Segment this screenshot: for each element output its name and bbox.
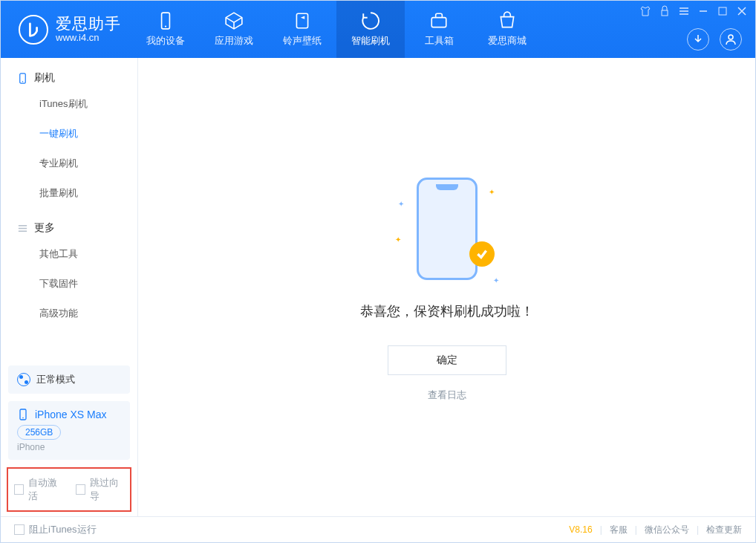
nav-smart-flash[interactable]: 智能刷机 [336,1,405,58]
svg-point-1 [165,26,166,27]
success-message: 恭喜您，保资料刷机成功啦！ [360,302,534,320]
svg-point-10 [22,417,24,419]
section-label: 刷机 [34,71,55,85]
device-type: iPhone [17,442,121,452]
nav-label: 铃声壁纸 [283,34,322,48]
window-controls [639,5,748,17]
svg-point-6 [729,35,733,39]
svg-point-8 [22,80,24,82]
checkbox-label: 阻止iTunes运行 [29,523,97,536]
sidebar-item-onekey-flash[interactable]: 一键刷机 [1,119,137,149]
nav-ringtone-wallpaper[interactable]: 铃声壁纸 [268,1,336,58]
support-link[interactable]: 客服 [610,524,628,536]
block-itunes-checkbox[interactable]: 阻止iTunes运行 [14,523,97,536]
lock-icon[interactable] [659,5,671,17]
device-capacity: 256GB [17,425,61,440]
shirt-icon[interactable] [639,5,651,17]
flash-options-row: 自动激活 跳过向导 [7,467,131,512]
header-actions [687,28,742,51]
nav-label: 应用游戏 [215,34,253,48]
checkbox-label: 跳过向导 [90,476,124,503]
sidebar-item-download-firmware[interactable]: 下载固件 [1,269,137,299]
list-icon [17,223,28,234]
main-content: ✦✦✦✦ 恭喜您，保资料刷机成功啦！ 确定 查看日志 [138,58,755,516]
svg-rect-5 [719,7,726,15]
sidebar-item-advanced[interactable]: 高级功能 [1,299,137,328]
title-bar: 爱思助手 www.i4.cn 我的设备 应用游戏 铃声壁纸 智能刷机 工具箱 爱… [1,1,755,58]
nav-label: 我的设备 [146,34,185,48]
wechat-link[interactable]: 微信公众号 [645,524,689,536]
success-illustration: ✦✦✦✦ [403,173,492,284]
view-log-link[interactable]: 查看日志 [428,388,466,402]
app-subtitle: www.i4.cn [56,33,121,44]
phone-icon [17,73,28,84]
app-logo-icon [19,15,48,45]
mode-card[interactable]: 正常模式 [8,365,130,394]
mode-label: 正常模式 [36,373,75,386]
device-card[interactable]: iPhone XS Max 256GB iPhone [8,401,130,460]
auto-activate-checkbox[interactable]: 自动激活 [14,476,62,503]
phone-illustration-icon [417,178,478,280]
menu-icon[interactable] [678,5,690,17]
nav-label: 智能刷机 [351,34,390,48]
sidebar-item-itunes-flash[interactable]: iTunes刷机 [1,89,137,119]
version-label: V8.16 [569,524,592,535]
download-icon[interactable] [687,28,709,51]
status-bar: 阻止iTunes运行 V8.16 | 客服 | 微信公众号 | 检查更新 [1,516,755,542]
checkbox-icon [14,524,25,535]
nav-toolbox[interactable]: 工具箱 [405,1,473,58]
svg-rect-4 [662,10,668,16]
sidebar-section-more: 更多 [1,208,137,239]
sidebar-section-flash: 刷机 [1,58,137,89]
app-title: 爱思助手 [56,15,121,33]
checkbox-label: 自动激活 [28,476,62,503]
sidebar-item-pro-flash[interactable]: 专业刷机 [1,149,137,178]
minimize-icon[interactable] [697,5,709,17]
device-name: iPhone XS Max [35,409,107,420]
svg-rect-3 [431,18,446,27]
nav-label: 工具箱 [425,34,454,48]
maximize-icon[interactable] [717,5,729,17]
mode-icon [17,373,30,386]
user-icon[interactable] [720,28,742,51]
success-check-icon [469,241,495,267]
main-nav: 我的设备 应用游戏 铃声壁纸 智能刷机 工具箱 爱思商城 [131,1,541,58]
nav-my-device[interactable]: 我的设备 [131,1,200,58]
ok-button[interactable]: 确定 [388,345,506,375]
skip-guide-checkbox[interactable]: 跳过向导 [76,476,124,503]
sidebar-item-other-tools[interactable]: 其他工具 [1,239,137,269]
device-icon [17,409,29,420]
check-update-link[interactable]: 检查更新 [706,524,742,536]
nav-apps-games[interactable]: 应用游戏 [200,1,268,58]
close-icon[interactable] [736,5,748,17]
sidebar-item-batch-flash[interactable]: 批量刷机 [1,178,137,208]
nav-store[interactable]: 爱思商城 [473,1,541,58]
checkbox-icon [76,484,85,495]
nav-label: 爱思商城 [488,34,527,48]
svg-rect-2 [296,13,307,28]
logo-area: 爱思助手 www.i4.cn [1,1,131,58]
checkbox-icon [14,484,24,495]
sidebar: 刷机 iTunes刷机 一键刷机 专业刷机 批量刷机 更多 其他工具 下载固件 … [1,58,138,516]
section-label: 更多 [34,221,55,235]
